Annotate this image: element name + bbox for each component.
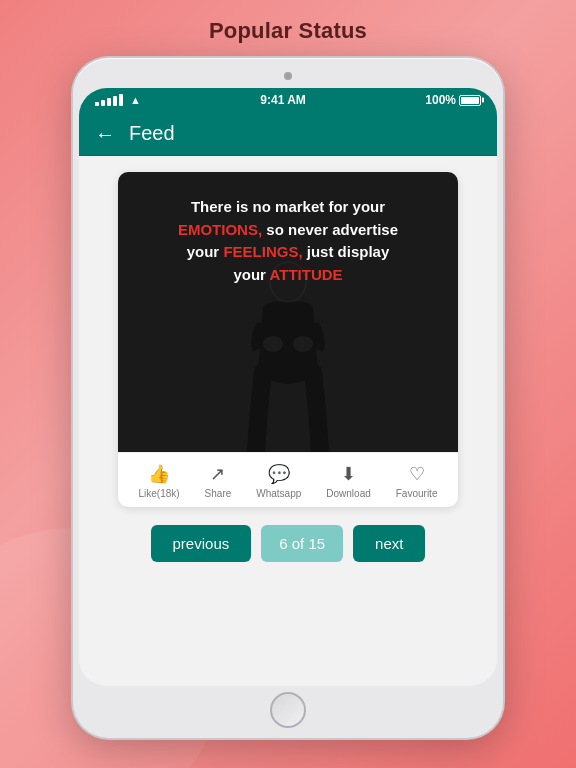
svg-point-2 [293, 336, 313, 352]
signal-icon [95, 94, 123, 106]
share-button[interactable]: ↗ Share [205, 463, 232, 499]
status-bar: ▲ 9:41 AM 100% [79, 88, 497, 112]
previous-button[interactable]: previous [151, 525, 252, 562]
tablet-camera [284, 72, 292, 80]
download-icon: ⬇ [341, 463, 356, 485]
like-label: Like(18k) [138, 488, 179, 499]
favourite-label: Favourite [396, 488, 438, 499]
whatsapp-icon: 💬 [268, 463, 290, 485]
whatsapp-label: Whatsapp [256, 488, 301, 499]
whatsapp-button[interactable]: 💬 Whatsapp [256, 463, 301, 499]
main-content: There is no market for your EMOTIONS, so… [79, 156, 497, 686]
svg-point-1 [263, 336, 283, 352]
download-button[interactable]: ⬇ Download [326, 463, 370, 499]
favourite-icon: ♡ [409, 463, 425, 485]
status-bar-left: ▲ [95, 94, 141, 106]
status-time: 9:41 AM [260, 93, 306, 107]
like-button[interactable]: 👍 Like(18k) [138, 463, 179, 499]
download-label: Download [326, 488, 370, 499]
page-title: Popular Status [209, 18, 367, 44]
battery-fill [461, 97, 479, 104]
quote-text: There is no market for your EMOTIONS, so… [178, 196, 398, 286]
battery-container: 100% [425, 93, 481, 107]
page-indicator[interactable]: 6 of 15 [261, 525, 343, 562]
nav-bar: ← Feed [79, 112, 497, 156]
quote-highlight-emotions: EMOTIONS, [178, 221, 262, 238]
action-bar: 👍 Like(18k) ↗ Share 💬 Whatsapp ⬇ Downloa… [118, 452, 458, 507]
quote-image: There is no market for your EMOTIONS, so… [118, 172, 458, 452]
battery-icon [459, 95, 481, 106]
share-label: Share [205, 488, 232, 499]
favourite-button[interactable]: ♡ Favourite [396, 463, 438, 499]
battery-percent: 100% [425, 93, 456, 107]
like-icon: 👍 [148, 463, 170, 485]
next-button[interactable]: next [353, 525, 425, 562]
pagination: previous 6 of 15 next [151, 525, 426, 562]
home-button[interactable] [270, 692, 306, 728]
wifi-icon: ▲ [130, 94, 141, 106]
quote-highlight-feelings: FEELINGS, [223, 243, 302, 260]
tablet-screen: ▲ 9:41 AM 100% ← Feed [79, 88, 497, 686]
content-card: There is no market for your EMOTIONS, so… [118, 172, 458, 507]
quote-highlight-attitude: ATTITUDE [270, 266, 343, 283]
back-button[interactable]: ← [95, 124, 115, 144]
tablet-frame: ▲ 9:41 AM 100% ← Feed [73, 58, 503, 738]
nav-title: Feed [129, 122, 175, 145]
share-icon: ↗ [210, 463, 225, 485]
